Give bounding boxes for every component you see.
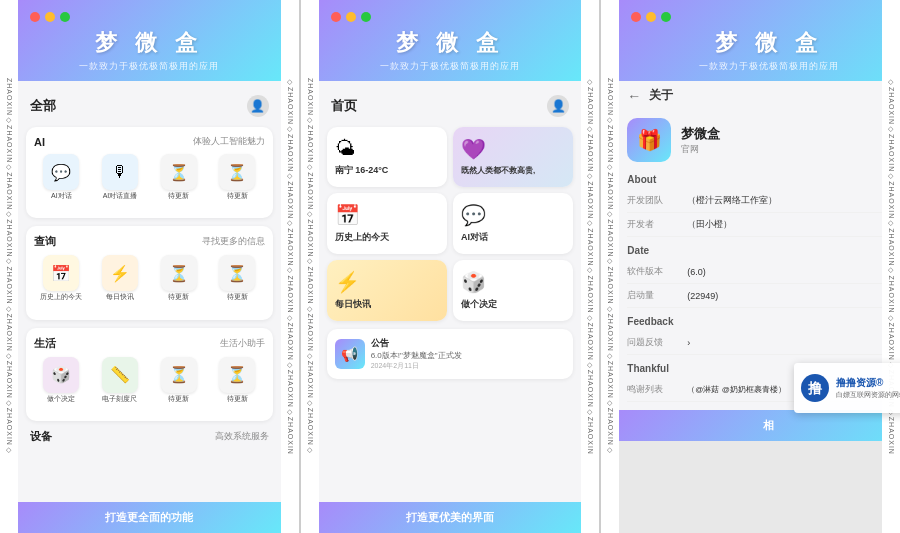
launch-value: (22949): [687, 291, 718, 301]
query-pending1-icon: ⏳: [161, 255, 197, 291]
about-back-button[interactable]: ←: [627, 88, 641, 104]
panel-2: ZHAOXIN◇ZHAOXIN◇ZHAOXIN◇ZHAOXIN◇ZHAOXIN◇…: [301, 0, 600, 533]
app-title-2: 梦 微 盒: [331, 28, 570, 58]
ai-live[interactable]: 🎙 AI对话直播: [93, 154, 148, 200]
version-value: (6.0): [687, 267, 706, 277]
traffic-lights-2: [331, 12, 570, 22]
section-sub-device: 高效系统服务: [215, 430, 269, 443]
about-dev-label: 开发者: [627, 218, 687, 231]
feedback-row[interactable]: 问题反馈 ›: [627, 331, 900, 355]
history-card[interactable]: 📅 历史上的今天: [327, 193, 447, 254]
watermark-left-2: ZHAOXIN◇ZHAOXIN◇ZHAOXIN◇ZHAOXIN◇ZHAOXIN◇…: [301, 0, 319, 533]
launch-row: 启动量 (22949): [627, 284, 900, 308]
decision-card-label: 做个决定: [461, 298, 497, 311]
section-header-ai: AI 体验人工智能魅力: [34, 135, 265, 148]
brand-sub: 白嫖互联网资源的网站: [836, 390, 900, 400]
today-history-label: 历史上的今天: [40, 293, 82, 301]
weather-card[interactable]: 🌤 南宁 16-24°C: [327, 127, 447, 187]
about-app-details: 梦微盒 官网: [681, 125, 720, 156]
quote-card[interactable]: 💜 既然人类都不救高贵,: [453, 127, 573, 187]
query-grid: 📅 历史上的今天 ⚡ 每日快讯 ⏳ 待更新 ⏳ 待更新: [34, 255, 265, 301]
avatar-2[interactable]: 👤: [547, 95, 569, 117]
decision-card[interactable]: 🎲 做个决定: [453, 260, 573, 321]
app-title-1: 梦 微 盒: [30, 28, 269, 58]
section-sub-life: 生活小助手: [220, 337, 265, 350]
announce-icon: 📢: [335, 339, 365, 369]
announcement-card: 📢 公告 6.0版本!"梦魅魔盒"正式发 2024年2月11日: [327, 329, 574, 379]
brand-overlay: 撸 撸撸资源® 白嫖互联网资源的网站: [794, 363, 900, 413]
app-subtitle-1: 一款致力于极优极简极用的应用: [30, 60, 269, 73]
ai-dialog-icon: 💬: [43, 154, 79, 190]
today-history[interactable]: 📅 历史上的今天: [34, 255, 89, 301]
ai-pending1[interactable]: ⏳ 待更新: [151, 154, 206, 200]
ai-card[interactable]: 💬 AI对话: [453, 193, 573, 254]
decision-card-icon: 🎲: [461, 270, 486, 294]
announce-title: 公告: [371, 337, 462, 350]
weather-icon: 🌤: [335, 137, 355, 160]
announce-date: 2024年2月11日: [371, 361, 462, 371]
query-pending2-icon: ⏳: [219, 255, 255, 291]
watermark-right-3: ◇ZHAOXIN◇ZHAOXIN◇ZHAOXIN◇ZHAOXIN◇ZHAOXIN…: [882, 0, 900, 533]
brand-name: 撸撸资源®: [836, 376, 900, 390]
section-main-ai: AI: [34, 136, 45, 148]
phone-content-1: 梦 微 盒 一款致力于极优极简极用的应用 全部 👤 AI 体验人工智能魅力 💬 …: [18, 0, 281, 533]
section-main-device: 设备: [30, 429, 52, 444]
brand-logo-icon: 撸: [800, 373, 830, 403]
tl-red-2: [331, 12, 341, 22]
news-icon: ⚡: [335, 270, 360, 294]
ai-dialog[interactable]: 💬 AI对话: [34, 154, 89, 200]
weather-label: 南宁 16-24°C: [335, 164, 389, 177]
life-pending1[interactable]: ⏳ 待更新: [151, 357, 206, 403]
ai-pending2-icon: ⏳: [219, 154, 255, 190]
section-sub-ai: 体验人工智能魅力: [193, 135, 265, 148]
section-main-query: 查询: [34, 234, 56, 249]
ai-pending1-icon: ⏳: [161, 154, 197, 190]
tl-green-1: [60, 12, 70, 22]
avatar-1[interactable]: 👤: [247, 95, 269, 117]
phone-content-3: 梦 微 盒 一款致力于极优极简极用的应用 ← 关于 🎁 梦微盒 官网 About…: [619, 0, 900, 441]
ai-pending2[interactable]: ⏳ 待更新: [210, 154, 265, 200]
query-pending2-label: 待更新: [227, 293, 248, 301]
announce-body: 6.0版本!"梦魅魔盒"正式发: [371, 350, 462, 361]
about-team-value: （橙汁云网络工作室）: [687, 194, 777, 207]
decision[interactable]: 🎲 做个决定: [34, 357, 89, 403]
ai-dialog-label: AI对话: [51, 192, 72, 200]
ai-pending1-label: 待更新: [168, 192, 189, 200]
ai-card-label: AI对话: [461, 231, 488, 244]
quote-icon: 💜: [461, 137, 486, 161]
about-section-title: About: [627, 174, 900, 185]
traffic-lights-3: [631, 12, 900, 22]
life-pending1-icon: ⏳: [161, 357, 197, 393]
tl-yellow-2: [346, 12, 356, 22]
tl-red-1: [30, 12, 40, 22]
query-pending2[interactable]: ⏳ 待更新: [210, 255, 265, 301]
ai-live-icon: 🎙: [102, 154, 138, 190]
watermark-right-2: ◇ZHAOXIN◇ZHAOXIN◇ZHAOXIN◇ZHAOXIN◇ZHAOXIN…: [581, 0, 599, 533]
feedback-arrow: ›: [687, 338, 690, 348]
ai-grid: 💬 AI对话 🎙 AI对话直播 ⏳ 待更新 ⏳ 待更新: [34, 154, 265, 200]
history-icon: 📅: [335, 203, 360, 227]
life-pending2[interactable]: ⏳ 待更新: [210, 357, 265, 403]
watermark-right-1: ◇ZHAOXIN◇ZHAOXIN◇ZHAOXIN◇ZHAOXIN◇ZHAOXIN…: [281, 0, 299, 533]
announce-text: 公告 6.0版本!"梦魅魔盒"正式发 2024年2月11日: [371, 337, 462, 371]
section-sub-query: 寻找更多的信息: [202, 235, 265, 248]
page-title-2: 首页: [331, 97, 357, 115]
section-main-life: 生活: [34, 336, 56, 351]
news-card[interactable]: ⚡ 每日快讯: [327, 260, 447, 321]
page-header-1: 全部 👤: [26, 89, 273, 123]
page-header-2: 首页 👤: [327, 89, 574, 123]
life-grid: 🎲 做个决定 📏 电子刻度尺 ⏳ 待更新 ⏳ 待更新: [34, 357, 265, 403]
ruler[interactable]: 📏 电子刻度尺: [93, 357, 148, 403]
page-title-1: 全部: [30, 97, 56, 115]
version-label: 软件版本: [627, 265, 687, 278]
daily-news[interactable]: ⚡ 每日快讯: [93, 255, 148, 301]
decision-label: 做个决定: [47, 395, 75, 403]
about-team-label: 开发团队: [627, 194, 687, 207]
date-section-title: Date: [627, 245, 900, 256]
thankful-value: （@淋菇 @奶奶框裹青楼）: [687, 384, 785, 395]
ruler-icon: 📏: [102, 357, 138, 393]
query-pending1[interactable]: ⏳ 待更新: [151, 255, 206, 301]
quote-label: 既然人类都不救高贵,: [461, 165, 535, 176]
phone-content-2: 梦 微 盒 一款致力于极优极简极用的应用 首页 👤 🌤 南宁 16-24°C 💜…: [319, 0, 582, 533]
section-query: 查询 寻找更多的信息 📅 历史上的今天 ⚡ 每日快讯 ⏳ 待更新: [26, 226, 273, 319]
